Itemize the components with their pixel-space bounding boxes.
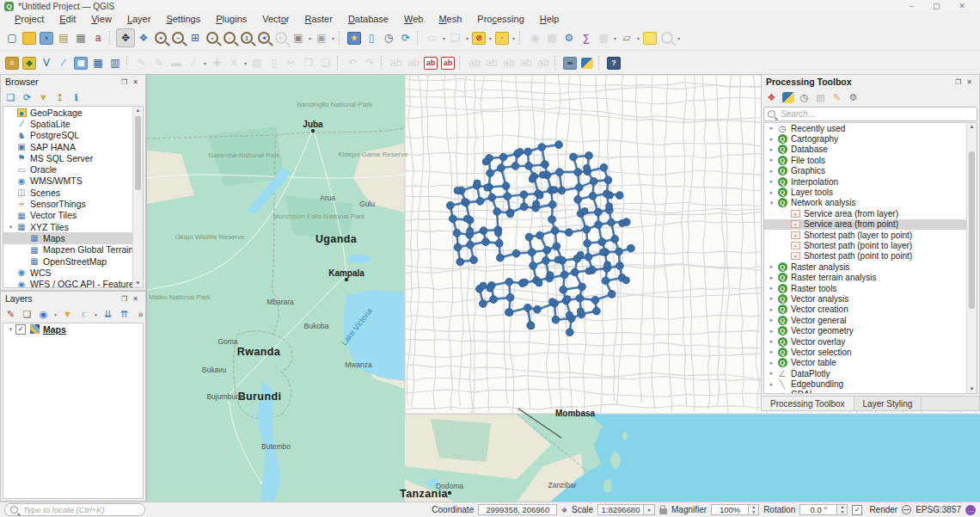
chevron-right-icon[interactable]: ▸: [767, 189, 776, 196]
measure-line-button[interactable]: ▱: [618, 29, 635, 46]
open-data-source-manager-button[interactable]: ≡: [3, 54, 21, 71]
add-group-tool-button[interactable]: ❏: [20, 307, 34, 322]
messages-icon[interactable]: …: [965, 505, 976, 515]
dropdown-icon[interactable]: ▾: [330, 35, 336, 41]
chevron-right-icon[interactable]: ▸: [767, 157, 776, 163]
chevron-right-icon[interactable]: ▸: [767, 285, 776, 292]
labeling-rule-based-button[interactable]: ab: [439, 54, 456, 71]
scroll-down-icon[interactable]: ▼: [970, 385, 975, 393]
new-print-layout-button[interactable]: ▤: [55, 29, 72, 46]
browser-item-sap-hana[interactable]: ▣SAP HANA: [3, 141, 133, 152]
processing-toolbox-gear-button[interactable]: ⚙: [560, 29, 578, 46]
chevron-right-icon[interactable]: ▸: [767, 168, 776, 175]
magnifier-stepper[interactable]: ▲▼: [749, 504, 759, 515]
rotation-field[interactable]: 0.0 °: [799, 504, 837, 515]
chevron-right-icon[interactable]: ▸: [767, 317, 776, 323]
menu-database[interactable]: Database: [340, 13, 396, 25]
expand-all-tool-button[interactable]: ⇊: [101, 307, 115, 322]
new-temporary-scratch-layer-button[interactable]: ▥: [107, 54, 124, 71]
browser-item-xyz-tiles[interactable]: ▾▦XYZ Tiles: [3, 221, 133, 232]
project-save-button[interactable]: ▪: [38, 29, 55, 46]
toolbox-item-vector-geometry[interactable]: ▸QVector geometry: [764, 325, 967, 335]
dropdown-icon[interactable]: ▾: [242, 60, 248, 66]
menu-edit[interactable]: Edit: [52, 13, 83, 25]
dropdown-icon[interactable]: ▾: [676, 35, 682, 41]
add-selected-layers-tool-button[interactable]: ❏: [3, 90, 18, 105]
locate-input[interactable]: [21, 504, 139, 515]
toolbox-item-graphics[interactable]: ▸QGraphics: [764, 166, 967, 176]
toolbox-scrollbar[interactable]: ▲ ▼: [966, 123, 977, 393]
history-tool-button[interactable]: ◷: [797, 90, 812, 105]
browser-item-sensorthings[interactable]: (•)SensorThings: [3, 198, 133, 209]
menu-settings[interactable]: Settings: [158, 13, 208, 25]
chevron-right-icon[interactable]: ▸: [767, 125, 776, 132]
project-new-button[interactable]: ▢: [3, 29, 21, 46]
toolbox-item-database[interactable]: ▸QDatabase: [764, 145, 967, 155]
browser-item-maps[interactable]: ▦Maps: [3, 232, 133, 243]
menu-help[interactable]: Help: [532, 13, 567, 25]
dropdown-icon[interactable]: ▾: [441, 35, 447, 41]
labeling-single-button[interactable]: ab: [422, 54, 439, 71]
menu-raster[interactable]: Raster: [297, 13, 340, 25]
coordinate-field[interactable]: 2999358, 206960: [478, 504, 557, 515]
browser-item-postgresql[interactable]: ♞PostgreSQL: [3, 130, 133, 141]
panel-overflow-tool-button[interactable]: »: [133, 307, 148, 322]
scale-combo[interactable]: 1:8296680: [597, 504, 644, 515]
browser-item-vector-tiles[interactable]: ▦Vector Tiles: [3, 210, 133, 221]
tab-processing-toolbox[interactable]: Processing Toolbox: [762, 397, 854, 410]
chevron-down-icon[interactable]: ▾: [6, 326, 15, 333]
close-panel-icon[interactable]: ✕: [130, 293, 141, 304]
refresh-tool-button[interactable]: ⟳: [20, 90, 34, 105]
toolbox-item-edgebundling[interactable]: ▸╲Edgebundling: [764, 379, 967, 389]
chevron-right-icon[interactable]: ▸: [767, 263, 776, 270]
rotation-stepper[interactable]: ▲▼: [837, 504, 848, 515]
dropdown-icon[interactable]: ▾: [464, 35, 470, 41]
toolbox-search-input[interactable]: [779, 108, 973, 120]
scroll-up-icon[interactable]: ▲: [970, 123, 975, 131]
collapse-all-tool-button[interactable]: ↥: [52, 90, 67, 105]
menu-mesh[interactable]: Mesh: [431, 13, 469, 25]
chevron-right-icon[interactable]: ▸: [767, 381, 776, 388]
chevron-right-icon[interactable]: ▸: [767, 338, 776, 345]
menu-processing[interactable]: Processing: [469, 13, 531, 25]
project-open-button[interactable]: [21, 29, 38, 46]
chevron-right-icon[interactable]: ▸: [767, 146, 776, 153]
float-panel-icon[interactable]: ❐: [952, 77, 964, 87]
dropdown-icon[interactable]: ▾: [93, 311, 99, 317]
browser-item-scenes[interactable]: ◫Scenes: [3, 187, 133, 198]
toolbox-item-vector-creation[interactable]: ▸QVector creation: [764, 305, 967, 315]
browser-item-wfs-ogc-api-features[interactable]: ◉WFS / OGC API - Features: [3, 278, 133, 287]
show-layout-manager-button[interactable]: ▦: [72, 29, 89, 46]
float-panel-icon[interactable]: ❐: [119, 293, 130, 304]
browser-item-wms-wmts[interactable]: ◉WMS/WMTS: [3, 175, 133, 187]
render-checkbox[interactable]: ✓: [852, 505, 862, 515]
menu-plugins[interactable]: Plugins: [208, 13, 254, 25]
chevron-down-icon[interactable]: ▾: [767, 200, 776, 206]
lock-scale-icon[interactable]: [659, 508, 667, 514]
dropdown-icon[interactable]: ▾: [307, 35, 313, 41]
dropdown-icon[interactable]: ▾: [52, 311, 58, 317]
style-manager-button[interactable]: a: [89, 29, 107, 46]
menu-project[interactable]: Project: [7, 13, 52, 25]
close-button[interactable]: ✕: [959, 2, 965, 10]
toolbox-item-file-tools[interactable]: ▸QFile tools: [764, 155, 967, 165]
toolbox-item-raster-tools[interactable]: ▸QRaster tools: [764, 283, 967, 293]
crs-value[interactable]: EPSG:3857: [916, 505, 961, 514]
menu-vector[interactable]: Vector: [254, 13, 297, 25]
models-tool-button[interactable]: ❖: [764, 90, 779, 105]
scroll-down-icon[interactable]: ▼: [136, 280, 141, 287]
browser-item-oracle[interactable]: ▭Oracle: [3, 163, 133, 175]
minimize-button[interactable]: –: [910, 2, 914, 10]
show-spatial-bookmarks-button[interactable]: ▯: [363, 29, 380, 46]
add-vector-layer-button[interactable]: ◆: [21, 54, 38, 71]
layer-item-maps[interactable]: ▾✓Maps: [3, 323, 143, 335]
chevron-right-icon[interactable]: ▸: [767, 328, 776, 335]
magnifier-field[interactable]: 100%: [711, 504, 749, 515]
dropdown-icon[interactable]: ▾: [612, 35, 618, 41]
toolbox-item-recently-used[interactable]: ▸◷Recently used: [764, 123, 967, 133]
toolbox-item-service-area-from-layer[interactable]: ▪Service area (from layer): [764, 208, 967, 218]
zoom-to-selection-button[interactable]: ▪: [204, 29, 221, 46]
toolbox-item-dataplotly[interactable]: ▸∠DataPlotly: [764, 368, 967, 379]
float-panel-icon[interactable]: ❐: [119, 77, 130, 87]
tab-layer-styling[interactable]: Layer Styling: [854, 397, 922, 410]
